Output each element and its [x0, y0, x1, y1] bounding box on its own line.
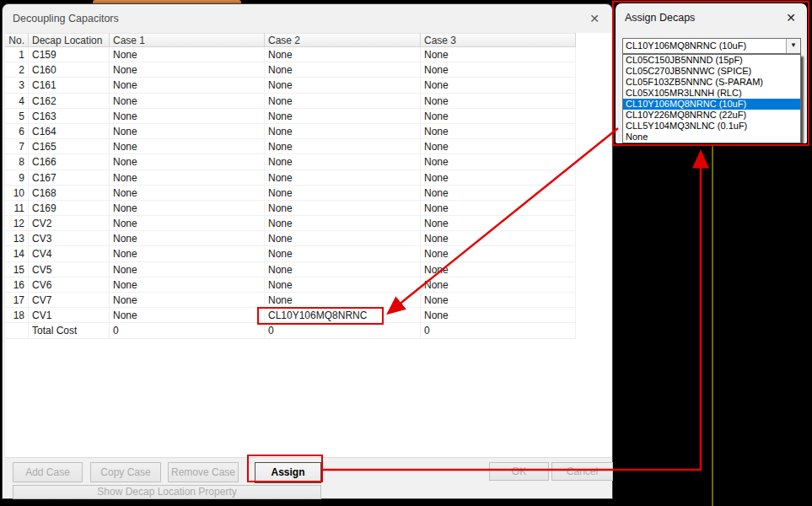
row-number[interactable]: 15 — [5, 262, 29, 277]
table-cell[interactable]: None — [110, 277, 265, 293]
table-cell[interactable]: None — [265, 186, 421, 201]
copy-case-button[interactable]: Copy Case — [90, 462, 161, 482]
row-number[interactable]: 5 — [5, 109, 29, 124]
table-cell[interactable]: C160 — [29, 62, 110, 78]
table-cell[interactable]: None — [421, 62, 576, 78]
table-cell[interactable]: CV2 — [29, 216, 110, 231]
table-cell[interactable]: None — [265, 154, 421, 170]
row-number[interactable]: 8 — [5, 154, 29, 170]
table-cell[interactable]: None — [110, 47, 265, 62]
table-cell[interactable]: None — [265, 262, 421, 277]
table-cell[interactable]: None — [265, 277, 421, 293]
table-cell[interactable]: None — [421, 308, 576, 323]
table-cell[interactable]: None — [421, 47, 576, 62]
row-number[interactable]: 18 — [5, 308, 29, 323]
table-cell[interactable]: None — [265, 170, 421, 186]
popup-close-icon[interactable]: ✕ — [782, 8, 800, 27]
table-cell[interactable]: C165 — [29, 139, 110, 154]
table-cell[interactable]: C163 — [29, 109, 110, 124]
table-cell[interactable]: C159 — [29, 47, 110, 62]
column-header-decap-location[interactable]: Decap Location — [29, 33, 110, 47]
dropdown-item[interactable]: CL05X105MR3LNNH (RLC) — [623, 88, 800, 99]
table-cell[interactable]: None — [421, 201, 576, 216]
row-number[interactable]: 7 — [5, 139, 29, 154]
table-cell[interactable]: None — [110, 124, 265, 139]
table-cell[interactable]: None — [265, 293, 421, 308]
table-cell[interactable]: C164 — [29, 124, 110, 139]
row-number[interactable]: 9 — [5, 170, 29, 186]
table-cell[interactable]: C161 — [29, 78, 110, 93]
table-cell[interactable]: None — [421, 139, 576, 154]
table-cell[interactable]: None — [265, 201, 421, 216]
row-number[interactable]: 2 — [5, 62, 29, 78]
show-decap-location-property-button[interactable]: Show Decap Location Property — [13, 485, 321, 499]
column-header-case-2[interactable]: Case 2 — [265, 33, 421, 47]
table-cell[interactable]: C168 — [29, 186, 110, 201]
table-cell[interactable]: None — [265, 231, 421, 246]
row-number[interactable]: 1 — [5, 47, 29, 62]
table-cell[interactable]: None — [421, 277, 576, 293]
row-number[interactable]: 4 — [5, 94, 29, 109]
table-cell[interactable]: None — [110, 170, 265, 186]
row-number[interactable]: 3 — [5, 78, 29, 93]
dropdown-item[interactable]: None — [623, 132, 800, 143]
table-cell[interactable]: None — [421, 109, 576, 124]
chevron-down-icon[interactable]: ▼ — [786, 39, 800, 53]
table-cell[interactable]: None — [265, 78, 421, 93]
dropdown-item[interactable]: CL10Y106MQ8NRNC (10uF) — [623, 99, 800, 110]
row-number[interactable]: 11 — [5, 201, 29, 216]
table-cell[interactable]: None — [265, 94, 421, 109]
table-cell[interactable]: CL10Y106MQ8NRNC — [265, 308, 421, 323]
table-cell[interactable]: CV7 — [29, 293, 110, 308]
table-cell[interactable]: None — [265, 47, 421, 62]
table-cell[interactable]: None — [110, 94, 265, 109]
table-cell[interactable]: CV4 — [29, 246, 110, 261]
table-cell[interactable]: C162 — [29, 94, 110, 109]
column-header-no-[interactable]: No. — [5, 33, 29, 47]
table-cell[interactable]: CV1 — [29, 308, 110, 323]
row-number[interactable]: 14 — [5, 246, 29, 261]
table-cell[interactable]: C169 — [29, 201, 110, 216]
table-cell[interactable]: None — [110, 109, 265, 124]
table-cell[interactable]: None — [421, 231, 576, 246]
table-cell[interactable]: None — [110, 231, 265, 246]
table-cell[interactable]: None — [421, 154, 576, 170]
row-number[interactable]: 16 — [5, 277, 29, 293]
column-header-case-1[interactable]: Case 1 — [110, 33, 265, 47]
table-cell[interactable]: CV6 — [29, 277, 110, 293]
table-cell[interactable]: None — [265, 216, 421, 231]
remove-case-button[interactable]: Remove Case — [168, 462, 239, 482]
table-cell[interactable]: None — [265, 62, 421, 78]
table-cell[interactable]: None — [421, 124, 576, 139]
table-cell[interactable]: None — [110, 262, 265, 277]
table-cell[interactable]: None — [110, 246, 265, 261]
table-cell[interactable]: None — [421, 78, 576, 93]
assign-decaps-button[interactable]: Assign Decaps — [255, 462, 321, 483]
table-cell[interactable]: C166 — [29, 154, 110, 170]
table-cell[interactable]: None — [421, 216, 576, 231]
table-cell[interactable]: None — [110, 308, 265, 323]
row-number[interactable]: 12 — [5, 216, 29, 231]
table-cell[interactable]: None — [110, 216, 265, 231]
table-cell[interactable]: None — [265, 246, 421, 261]
decap-combobox[interactable]: CL10Y106MQ8NRNC (10uF) ▼ — [622, 38, 801, 54]
column-header-case-3[interactable]: Case 3 — [421, 33, 576, 47]
table-cell[interactable]: None — [110, 62, 265, 78]
dropdown-item[interactable]: CL05C270JB5NNWC (SPICE) — [623, 66, 800, 77]
table-cell[interactable]: None — [421, 94, 576, 109]
row-number[interactable]: 13 — [5, 231, 29, 246]
dropdown-item[interactable]: CL05C150JB5NNND (15pF) — [623, 55, 800, 66]
table-cell[interactable]: None — [421, 293, 576, 308]
table-cell[interactable]: None — [421, 186, 576, 201]
table-cell[interactable]: None — [265, 124, 421, 139]
table-cell[interactable]: None — [110, 201, 265, 216]
table-cell[interactable]: None — [110, 139, 265, 154]
table-cell[interactable]: CV3 — [29, 231, 110, 246]
row-number[interactable]: 10 — [5, 186, 29, 201]
dropdown-item[interactable]: CL05F103ZB5NNNC (S-PARAM) — [623, 77, 800, 88]
table-cell[interactable]: None — [421, 262, 576, 277]
table-cell[interactable]: None — [110, 186, 265, 201]
table-cell[interactable]: None — [110, 154, 265, 170]
row-number[interactable]: 6 — [5, 124, 29, 139]
table-cell[interactable]: CV5 — [29, 262, 110, 277]
